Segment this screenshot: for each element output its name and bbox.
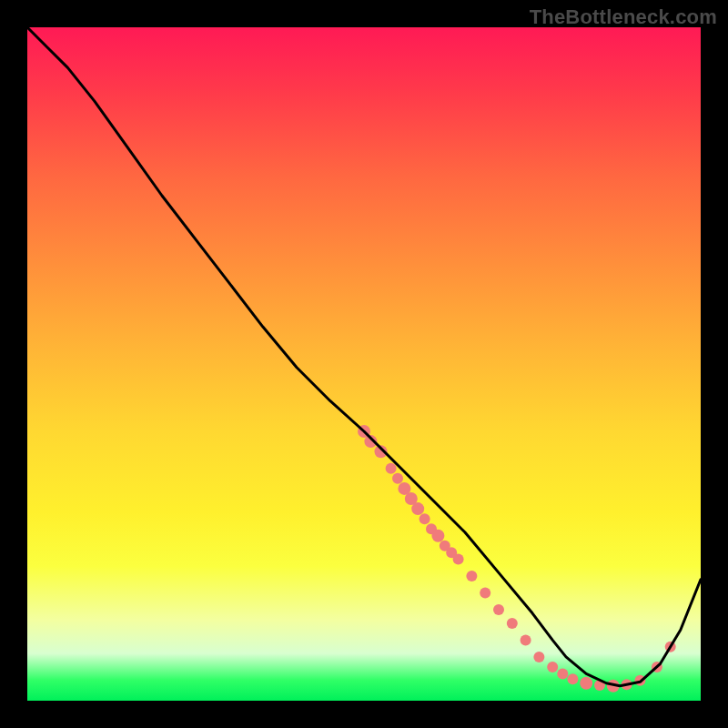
data-point: [493, 604, 504, 615]
data-point: [547, 662, 558, 672]
data-point: [580, 677, 592, 690]
chart-svg: [27, 27, 701, 701]
watermark-text: TheBottleneck.com: [530, 5, 717, 29]
data-point: [392, 473, 403, 484]
data-point: [521, 634, 531, 645]
data-point: [567, 673, 578, 684]
data-point: [466, 571, 477, 581]
data-point: [420, 513, 430, 524]
data-point: [431, 530, 444, 542]
data-points-layer: [358, 425, 676, 693]
data-point: [557, 668, 568, 679]
data-point: [533, 652, 544, 662]
data-point: [411, 502, 424, 515]
data-point: [480, 588, 490, 599]
data-point: [507, 618, 518, 629]
data-point: [386, 463, 397, 474]
chart-frame: TheBottleneck.com: [0, 0, 728, 728]
data-point: [453, 554, 464, 565]
curve-line: [27, 27, 701, 686]
plot-area: [27, 27, 701, 701]
